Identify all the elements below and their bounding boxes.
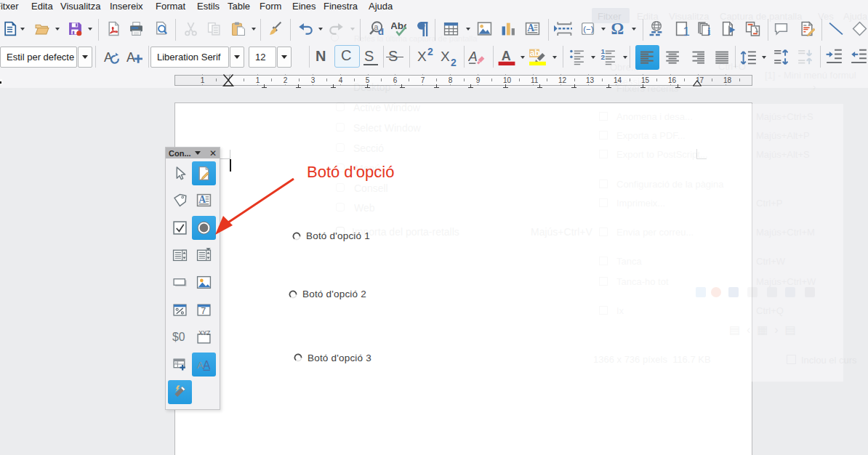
svg-text:XYZ: XYZ bbox=[198, 329, 210, 337]
svg-text:$0: $0 bbox=[172, 331, 185, 343]
svg-text:(−): (−) bbox=[583, 25, 594, 33]
svg-text:A: A bbox=[203, 359, 211, 371]
svg-text:i: i bbox=[707, 25, 710, 36]
svg-text:A: A bbox=[468, 49, 478, 64]
svg-text:Ω: Ω bbox=[611, 21, 624, 36]
svg-text:A: A bbox=[502, 49, 511, 63]
svg-text:1: 1 bbox=[683, 25, 690, 36]
svg-text:2: 2 bbox=[601, 53, 606, 61]
svg-text:ab: ab bbox=[530, 49, 540, 58]
svg-text:7: 7 bbox=[201, 306, 206, 316]
svg-text:A: A bbox=[126, 50, 135, 65]
